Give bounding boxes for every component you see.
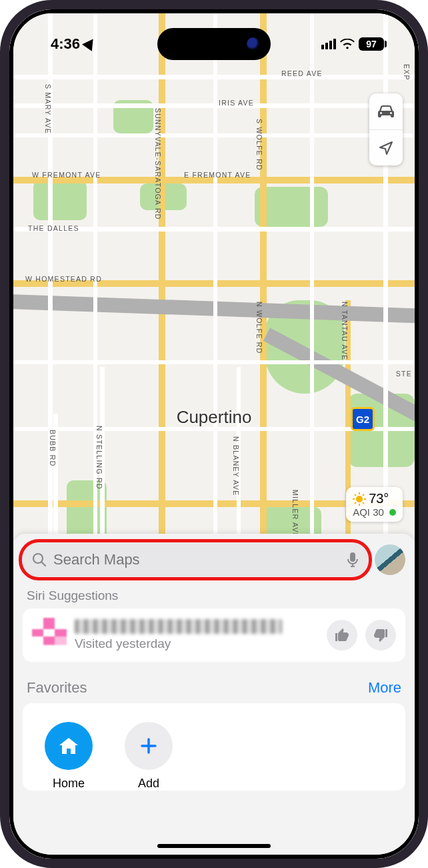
weather-temp: 73° (369, 491, 389, 506)
sun-icon (353, 492, 366, 506)
map-controls (369, 93, 403, 165)
home-icon (57, 734, 81, 758)
suggestion-thumbnail (32, 618, 67, 653)
road-label: IRIS AVE (219, 99, 254, 107)
svg-line-6 (363, 502, 364, 504)
road-label: STE (396, 370, 412, 378)
road-label: E FREMONT AVE (184, 171, 251, 179)
cellular-signal-icon (321, 39, 336, 49)
road-label: W FREMONT AVE (32, 171, 101, 179)
road-label: EXP (403, 64, 411, 81)
favorite-add[interactable]: Add (119, 722, 179, 791)
profile-avatar[interactable] (375, 544, 405, 575)
favorite-label: Add (138, 777, 159, 791)
bottom-sheet[interactable]: Siri Suggestions Visited yesterday Favor… (13, 534, 415, 855)
phone-frame: 4:36 97 REED AVE IRIS AVE W (0, 0, 428, 868)
dynamic-island (157, 28, 271, 60)
wifi-icon (340, 39, 355, 49)
svg-line-8 (355, 502, 356, 504)
location-services-icon (82, 35, 98, 51)
siri-suggestion-card[interactable]: Visited yesterday (23, 608, 405, 662)
microphone-icon[interactable] (347, 552, 359, 568)
svg-line-5 (355, 494, 356, 496)
aqi-indicator-icon (389, 509, 396, 516)
plus-icon (139, 736, 159, 756)
road-label: N TANTAU AVE (341, 302, 349, 360)
search-input[interactable] (53, 551, 340, 568)
weather-widget[interactable]: 73° AQI 30 (346, 487, 403, 522)
road-label: MILLER AVE (291, 490, 299, 538)
driving-mode-button[interactable] (369, 93, 403, 129)
road-label: REED AVE (281, 69, 323, 77)
status-time: 4:36 (51, 35, 80, 53)
suggestion-subtitle: Visited yesterday (75, 636, 319, 651)
thumbs-up-button[interactable] (327, 620, 357, 650)
thumbs-down-button[interactable] (365, 620, 396, 650)
road-label: THE DALLES (28, 224, 79, 232)
road-label: BUBB RD (49, 430, 57, 467)
favorites-more-button[interactable]: More (368, 679, 401, 697)
road-label: SUNNYVALE-SARATOGA RD (154, 108, 162, 220)
suggestion-title-redacted (75, 619, 282, 634)
road-label: W HOMESTEAD RD (25, 275, 102, 283)
favorite-label: Home (53, 777, 85, 791)
road-label: N STELLING RD (95, 426, 103, 490)
road-label: N BLANEY AVE (232, 436, 240, 496)
svg-rect-11 (350, 552, 355, 562)
favorite-home[interactable]: Home (39, 722, 99, 791)
battery-icon: 97 (359, 37, 387, 51)
search-icon (32, 552, 47, 567)
locate-me-button[interactable] (369, 129, 403, 165)
road-label: S MARY AVE (44, 84, 52, 134)
map-canvas[interactable]: REED AVE IRIS AVE W FREMONT AVE E FREMON… (13, 13, 415, 540)
search-bar[interactable] (23, 543, 368, 576)
battery-level: 97 (359, 37, 384, 51)
svg-line-7 (363, 494, 364, 496)
svg-point-0 (356, 496, 363, 502)
home-indicator[interactable] (157, 844, 271, 848)
road-label: N WOLFE RD (255, 302, 263, 354)
aqi-value: 30 (373, 506, 384, 518)
road-label: S WOLFE RD (255, 119, 263, 171)
siri-suggestions-header: Siri Suggestions (27, 588, 401, 603)
city-label: Cupertino (177, 407, 252, 428)
svg-line-10 (42, 562, 46, 566)
favorites-header: Favorites (27, 679, 87, 697)
highway-shield: G2 (351, 407, 375, 431)
aqi-label: AQI (353, 506, 370, 518)
